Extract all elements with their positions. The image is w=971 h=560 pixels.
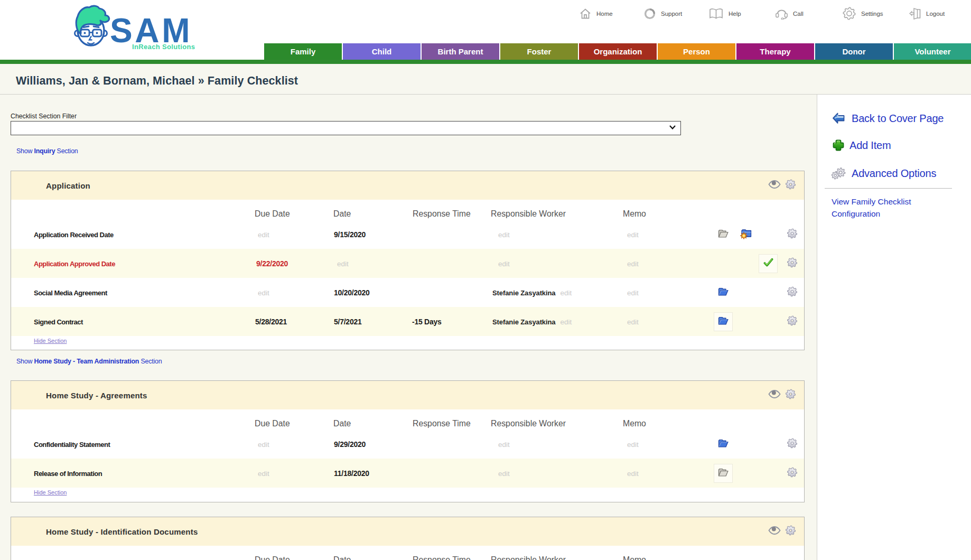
svg-text:InReach Solutions: InReach Solutions	[132, 43, 195, 51]
